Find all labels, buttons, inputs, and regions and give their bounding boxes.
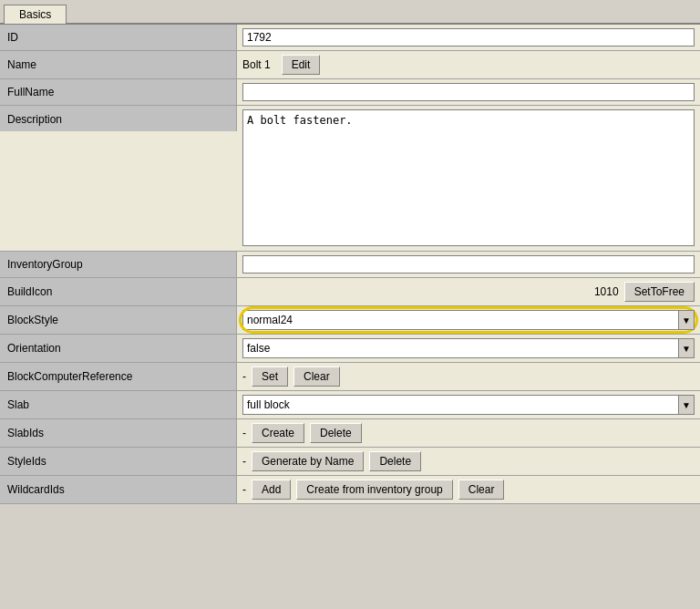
- buildicon-value-cell: 1010 SetToFree: [237, 278, 700, 305]
- orientation-row: Orientation false true ▼: [0, 335, 700, 363]
- blockstyle-select-wrapper: normal24 normal12 slab ▼: [242, 310, 695, 330]
- slab-select-wrapper: full block half block ▼: [242, 395, 695, 415]
- blockcomputerref-row: BlockComputerReference - Set Clear: [0, 363, 700, 391]
- id-label: ID: [0, 25, 237, 50]
- orientation-label: Orientation: [0, 335, 237, 362]
- name-row: Name Bolt 1 Edit: [0, 51, 700, 79]
- inventorygroup-value-cell: [237, 252, 700, 277]
- slabids-create-button[interactable]: Create: [252, 423, 304, 443]
- slabids-label: SlabIds: [0, 419, 237, 447]
- wildcardids-dash: -: [242, 483, 246, 496]
- description-label: Description: [0, 106, 237, 131]
- blockcomputerref-set-button[interactable]: Set: [252, 366, 288, 387]
- id-value-cell: [237, 25, 700, 50]
- name-value-cell: Bolt 1 Edit: [237, 51, 700, 78]
- slab-label: Slab: [0, 391, 237, 418]
- fullname-label: FullName: [0, 79, 237, 105]
- styleids-label: StyleIds: [0, 448, 237, 475]
- wildcardids-value-cell: - Add Create from inventory group Clear: [237, 476, 700, 503]
- buildicon-label: BuildIcon: [0, 278, 237, 305]
- id-row: ID: [0, 25, 700, 51]
- inventorygroup-label: InventoryGroup: [0, 252, 237, 277]
- tab-basics[interactable]: Basics: [4, 5, 67, 24]
- slab-value-cell: full block half block ▼: [237, 391, 700, 418]
- slabids-dash: -: [242, 427, 246, 439]
- slab-select[interactable]: full block half block: [242, 395, 695, 415]
- wildcardids-clear-button[interactable]: Clear: [458, 480, 505, 500]
- blockstyle-label: BlockStyle: [0, 306, 237, 334]
- slabids-row: SlabIds - Create Delete: [0, 419, 700, 448]
- buildicon-value: 1010: [242, 285, 619, 298]
- description-row: Description A bolt fastener.: [0, 106, 700, 252]
- edit-button[interactable]: Edit: [282, 55, 321, 75]
- wildcardids-label: WildcardIds: [0, 476, 237, 503]
- blockcomputerref-value-cell: - Set Clear: [237, 363, 700, 390]
- slabids-delete-button[interactable]: Delete: [310, 423, 362, 443]
- styleids-row: StyleIds - Generate by Name Delete: [0, 448, 700, 476]
- inventorygroup-row: InventoryGroup: [0, 252, 700, 278]
- fullname-row: FullName: [0, 79, 700, 106]
- description-value-cell: A bolt fastener.: [237, 106, 700, 250]
- styleids-value-cell: - Generate by Name Delete: [237, 448, 700, 475]
- blockstyle-value-cell: normal24 normal12 slab ▼: [237, 306, 700, 334]
- styleids-generate-button[interactable]: Generate by Name: [252, 451, 364, 471]
- slab-row: Slab full block half block ▼: [0, 391, 700, 419]
- inventorygroup-input[interactable]: [242, 255, 695, 274]
- blockstyle-select[interactable]: normal24 normal12 slab: [242, 310, 695, 330]
- orientation-select-wrapper: false true ▼: [242, 338, 695, 358]
- styleids-delete-button[interactable]: Delete: [369, 451, 421, 471]
- settofree-button[interactable]: SetToFree: [624, 282, 695, 302]
- description-textarea[interactable]: A bolt fastener.: [242, 109, 695, 246]
- fullname-value-cell: [237, 79, 700, 105]
- wildcardids-add-button[interactable]: Add: [252, 480, 291, 500]
- blockcomputerref-label: BlockComputerReference: [0, 363, 237, 390]
- blockcomputerref-clear-button[interactable]: Clear: [293, 366, 340, 387]
- buildicon-row: BuildIcon 1010 SetToFree: [0, 278, 700, 306]
- name-label: Name: [0, 51, 237, 78]
- styleids-dash: -: [242, 455, 246, 468]
- wildcardids-create-button[interactable]: Create from inventory group: [296, 480, 452, 500]
- id-input[interactable]: [242, 28, 695, 46]
- orientation-value-cell: false true ▼: [237, 335, 700, 362]
- blockcomputerref-dash: -: [242, 370, 246, 383]
- name-display: Bolt 1: [242, 58, 271, 71]
- slabids-value-cell: - Create Delete: [237, 419, 700, 447]
- fullname-input[interactable]: [242, 83, 695, 101]
- blockstyle-row: BlockStyle normal24 normal12 slab ▼: [0, 306, 700, 335]
- wildcardids-row: WildcardIds - Add Create from inventory …: [0, 476, 700, 504]
- orientation-select[interactable]: false true: [242, 338, 695, 358]
